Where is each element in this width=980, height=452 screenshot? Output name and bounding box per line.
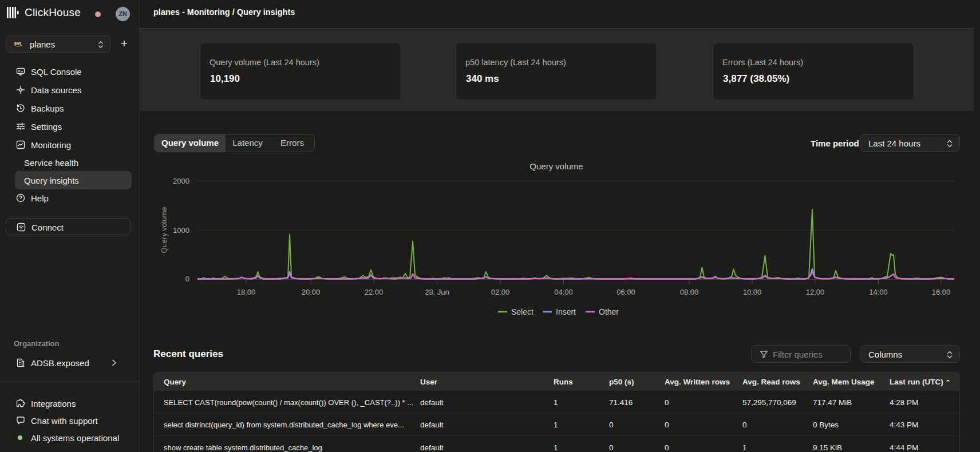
svg-text:28. Jun: 28. Jun xyxy=(425,288,449,296)
svg-text:Query volume: Query volume xyxy=(160,207,168,253)
svg-text:04:00: 04:00 xyxy=(554,288,573,296)
svg-text:06:00: 06:00 xyxy=(617,288,635,296)
svg-text:12:00: 12:00 xyxy=(806,288,825,296)
svg-text:22:00: 22:00 xyxy=(365,288,384,296)
svg-text:Insert: Insert xyxy=(556,307,576,316)
svg-text:Query volume: Query volume xyxy=(529,161,583,171)
svg-text:14:00: 14:00 xyxy=(869,288,888,296)
svg-text:0: 0 xyxy=(185,275,189,283)
svg-text:2000: 2000 xyxy=(173,177,189,185)
svg-text:Other: Other xyxy=(599,307,619,316)
svg-text:02:00: 02:00 xyxy=(491,288,510,296)
svg-text:20:00: 20:00 xyxy=(302,288,321,296)
svg-text:Select: Select xyxy=(511,307,534,316)
svg-text:18:00: 18:00 xyxy=(237,288,256,296)
svg-text:aws: aws xyxy=(14,41,21,45)
svg-text:10:00: 10:00 xyxy=(743,288,762,296)
svg-text:16:00: 16:00 xyxy=(932,288,951,296)
svg-text:1000: 1000 xyxy=(173,226,189,235)
svg-text:08:00: 08:00 xyxy=(680,288,699,296)
